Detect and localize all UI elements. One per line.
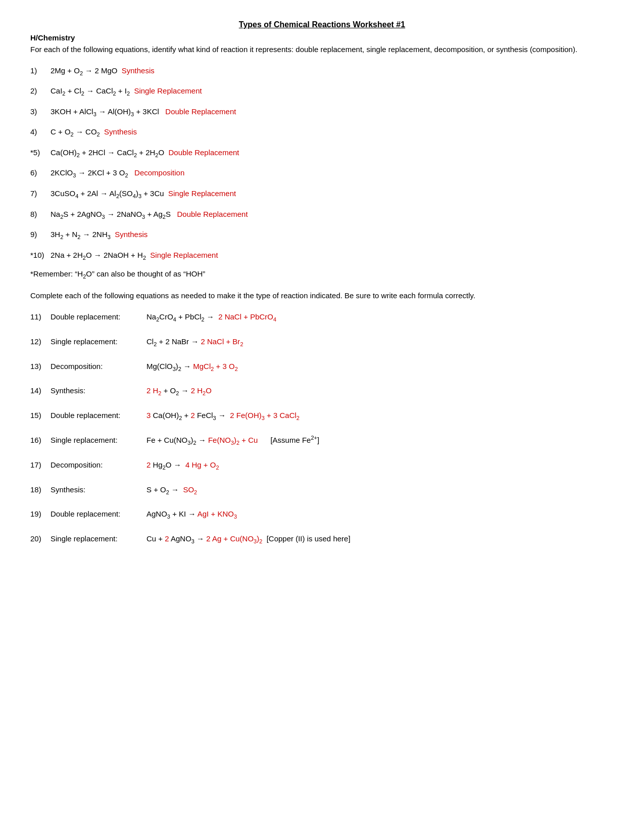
eq-16: Fe + Cu(NO3)2 → Fe(NO3)2 + Cu [Assume Fe… (146, 434, 614, 448)
reaction-16: 16) Single replacement: Fe + Cu(NO3)2 → … (30, 434, 614, 448)
num-20: 20) (30, 533, 51, 545)
num-3: 3) (30, 106, 51, 118)
reaction-18: 18) Synthesis: S + O2 → SO2 (30, 484, 614, 497)
eq-14: 2 H2 + O2 → 2 H2O (146, 385, 614, 398)
eq-8: Na2S + 2AgNO3 → 2NaNO3 + Ag2S Double Rep… (51, 208, 614, 222)
reaction-13: 13) Decomposition: Mg(ClO3)2 → MgCl2 + 3… (30, 360, 614, 374)
eq-7: 3CuSO4 + 2Al → Al2(SO4)3 + 3Cu Single Re… (51, 188, 614, 201)
type-12: Single replacement: (51, 336, 146, 348)
eq-20: Cu + 2 AgNO3 → 2 Ag + Cu(NO3)2 [Copper (… (146, 533, 614, 546)
reaction-9: 9) 3H2 + N2 → 2NH3 Synthesis (30, 228, 614, 242)
page-title: Types of Chemical Reactions Worksheet #1 (30, 20, 614, 29)
reaction-3: 3) 3KOH + AlCl3 → Al(OH)3 + 3KCl Double … (30, 106, 614, 119)
type-17: Decomposition: (51, 459, 146, 471)
reaction-17: 17) Decomposition: 2 Hg2O → 4 Hg + O2 (30, 459, 614, 473)
type-16: Single replacement: (51, 434, 146, 446)
type-11: Double replacement: (51, 311, 146, 323)
eq-2: CaI2 + Cl2 → CaCl2 + I2 Single Replaceme… (51, 85, 614, 99)
type-18: Synthesis: (51, 484, 146, 496)
reaction-1: 1) 2Mg + O2 → 2 MgO Synthesis (30, 65, 614, 78)
eq-13: Mg(ClO3)2 → MgCl2 + 3 O2 (146, 360, 614, 374)
type-15: Double replacement: (51, 409, 146, 422)
num-8: 8) (30, 208, 51, 220)
num-12: 12) (30, 336, 51, 348)
eq-12: Cl2 + 2 NaBr → 2 NaCl + Br2 (146, 336, 614, 349)
reaction-10: *10) 2Na + 2H2O → 2NaOH + H2 Single Repl… (30, 249, 614, 263)
reaction-20: 20) Single replacement: Cu + 2 AgNO3 → 2… (30, 533, 614, 546)
eq-11: Na2CrO4 + PbCl2 → 2 NaCl + PbCrO4 (146, 311, 614, 325)
reaction-7: 7) 3CuSO4 + 2Al → Al2(SO4)3 + 3Cu Single… (30, 188, 614, 201)
reaction-12: 12) Single replacement: Cl2 + 2 NaBr → 2… (30, 336, 614, 349)
num-13: 13) (30, 360, 51, 373)
type-20: Single replacement: (51, 533, 146, 545)
remember-note: *Remember: “H2O” can also be thought of … (30, 269, 614, 280)
num-11: 11) (30, 311, 51, 323)
eq-1: 2Mg + O2 → 2 MgO Synthesis (51, 65, 614, 78)
num-18: 18) (30, 484, 51, 496)
eq-17: 2 Hg2O → 4 Hg + O2 (146, 459, 614, 473)
eq-4: C + O2 → CO2 Synthesis (51, 126, 614, 140)
reaction-2: 2) CaI2 + Cl2 → CaCl2 + I2 Single Replac… (30, 85, 614, 99)
eq-6: 2KClO3 → 2KCl + 3 O2 Decomposition (51, 167, 614, 180)
num-14: 14) (30, 385, 51, 397)
type-13: Decomposition: (51, 360, 146, 373)
num-1: 1) (30, 65, 51, 77)
section2-intro: Complete each of the following equations… (30, 290, 614, 302)
num-19: 19) (30, 508, 51, 520)
reaction-4: 4) C + O2 → CO2 Synthesis (30, 126, 614, 140)
eq-10: 2Na + 2H2O → 2NaOH + H2 Single Replaceme… (51, 249, 614, 263)
num-15: 15) (30, 409, 51, 422)
num-7: 7) (30, 188, 51, 200)
reaction-11: 11) Double replacement: Na2CrO4 + PbCl2 … (30, 311, 614, 325)
eq-18: S + O2 → SO2 (146, 484, 614, 497)
type-14: Synthesis: (51, 385, 146, 397)
eq-5: Ca(OH)2 + 2HCl → CaCl2 + 2H2O Double Rep… (51, 147, 614, 160)
num-6: 6) (30, 167, 51, 179)
num-16: 16) (30, 434, 51, 446)
reaction-14: 14) Synthesis: 2 H2 + O2 → 2 H2O (30, 385, 614, 398)
reaction-19: 19) Double replacement: AgNO3 + KI → AgI… (30, 508, 614, 522)
type-19: Double replacement: (51, 508, 146, 520)
reaction-8: 8) Na2S + 2AgNO3 → 2NaNO3 + Ag2S Double … (30, 208, 614, 222)
reaction-6: 6) 2KClO3 → 2KCl + 3 O2 Decomposition (30, 167, 614, 180)
eq-9: 3H2 + N2 → 2NH3 Synthesis (51, 228, 614, 242)
num-4: 4) (30, 126, 51, 138)
eq-15: 3 Ca(OH)2 + 2 FeCl3 → 2 Fe(OH)3 + 3 CaCl… (146, 409, 614, 423)
num-17: 17) (30, 459, 51, 471)
num-2: 2) (30, 85, 51, 97)
num-10: *10) (30, 249, 51, 261)
num-5: *5) (30, 147, 51, 159)
reaction-15: 15) Double replacement: 3 Ca(OH)2 + 2 Fe… (30, 409, 614, 423)
intro-text: For each of the following equations, ide… (30, 44, 614, 56)
reaction-5: *5) Ca(OH)2 + 2HCl → CaCl2 + 2H2O Double… (30, 147, 614, 160)
num-9: 9) (30, 228, 51, 241)
subtitle: H/Chemistry (30, 33, 614, 42)
eq-19: AgNO3 + KI → AgI + KNO3 (146, 508, 614, 522)
eq-3: 3KOH + AlCl3 → Al(OH)3 + 3KCl Double Rep… (51, 106, 614, 119)
